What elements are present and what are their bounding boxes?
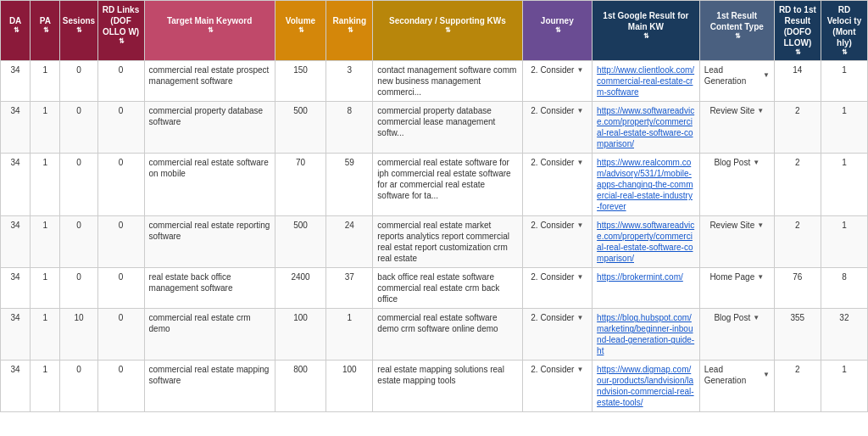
- cell-journey-arrow: ▼: [576, 366, 583, 374]
- column-header-content-type[interactable]: 1st Result Content Type⇅: [699, 1, 774, 61]
- column-header-da[interactable]: DA⇅: [1, 1, 31, 61]
- cell-content-type[interactable]: Home Page▼: [699, 268, 774, 309]
- header-label-pa: PA: [40, 15, 51, 26]
- cell-sessions: 0: [60, 61, 97, 102]
- cell-secondary: contact management software comm new bus…: [373, 61, 522, 102]
- cell-journey[interactable]: 2. Consider▼: [522, 361, 593, 412]
- cell-journey[interactable]: 2. Consider▼: [522, 268, 593, 309]
- cell-secondary: commercial property database commercial …: [373, 102, 522, 154]
- cell-journey-arrow: ▼: [576, 107, 583, 115]
- cell-rd-velocity: 32: [821, 309, 867, 361]
- sort-arrow-secondary: ⇅: [445, 26, 451, 35]
- cell-google-result: https://blog.hubspot.com/marketing/begin…: [593, 309, 700, 361]
- cell-rd-velocity: 1: [821, 102, 867, 154]
- cell-secondary: back office real estate software commerc…: [373, 268, 522, 309]
- column-header-rd-links[interactable]: RD Links (DOF OLLO W)⇅: [97, 1, 144, 61]
- column-header-rd-velocity[interactable]: RD Veloci ty (Mont hly)⇅: [821, 1, 867, 61]
- cell-content-type-label: Review Site: [709, 220, 754, 231]
- table-header: DA⇅PA⇅Sesions⇅RD Links (DOF OLLO W)⇅Targ…: [1, 1, 868, 61]
- cell-rd-1st: 2: [774, 361, 821, 412]
- header-label-rd-velocity: RD Veloci ty (Mont hly): [826, 4, 863, 48]
- header-label-content-type: 1st Result Content Type: [704, 10, 770, 32]
- cell-target: commercial real estate crm demo: [144, 309, 275, 361]
- cell-rd-velocity: 1: [821, 361, 867, 412]
- cell-sessions: 0: [60, 102, 97, 154]
- header-label-volume: Volume: [286, 15, 315, 26]
- cell-target: commercial real estate mapping software: [144, 361, 275, 412]
- sort-arrow-da: ⇅: [14, 26, 19, 35]
- column-header-target[interactable]: Target Main Keyword⇅: [144, 1, 275, 61]
- cell-target: commercial real estate reporting softwar…: [144, 216, 275, 268]
- cell-content-type-arrow: ▼: [763, 71, 770, 80]
- header-label-rd-1st: RD to 1st Result (DOFO LLOW): [779, 4, 816, 48]
- cell-google-result: https://www.realcomm.com/advisory/531/1/…: [593, 154, 700, 216]
- column-header-journey[interactable]: Journey⇅: [522, 1, 593, 61]
- sort-arrow-ranking: ⇅: [348, 26, 353, 35]
- column-header-pa[interactable]: PA⇅: [31, 1, 60, 61]
- cell-rd-velocity: 1: [821, 61, 867, 102]
- header-label-target: Target Main Keyword: [167, 15, 252, 26]
- header-label-secondary: Secondary / Supporting KWs: [389, 15, 506, 26]
- header-label-ranking: Ranking: [333, 15, 366, 26]
- header-label-journey: Journey: [541, 15, 574, 26]
- cell-sessions: 10: [60, 309, 97, 361]
- cell-rd-links: 0: [97, 102, 144, 154]
- cell-rd-links: 0: [97, 216, 144, 268]
- cell-da: 34: [1, 309, 31, 361]
- cell-rd-links: 0: [97, 361, 144, 412]
- cell-sessions: 0: [60, 154, 97, 216]
- cell-da: 34: [1, 61, 31, 102]
- column-header-secondary[interactable]: Secondary / Supporting KWs⇅: [373, 1, 522, 61]
- main-table-container: DA⇅PA⇅Sesions⇅RD Links (DOF OLLO W)⇅Targ…: [0, 0, 868, 412]
- cell-content-type[interactable]: Review Site▼: [699, 216, 774, 268]
- keyword-table: DA⇅PA⇅Sesions⇅RD Links (DOF OLLO W)⇅Targ…: [0, 0, 868, 412]
- cell-journey-label: 2. Consider: [531, 312, 574, 323]
- cell-content-type[interactable]: Lead Generation▼: [699, 361, 774, 412]
- cell-google-result: http://www.clientlook.com/commercial-rea…: [593, 61, 700, 102]
- cell-rd-links: 0: [97, 309, 144, 361]
- header-label-da: DA: [9, 15, 21, 26]
- cell-pa: 1: [31, 102, 60, 154]
- column-header-ranking[interactable]: Ranking⇅: [326, 1, 373, 61]
- cell-content-type-arrow: ▼: [753, 314, 760, 322]
- cell-journey-label: 2. Consider: [531, 271, 574, 282]
- table-row: 34100commercial real estate reporting so…: [1, 216, 868, 268]
- cell-ranking: 37: [326, 268, 373, 309]
- cell-content-type-label: Blog Post: [714, 312, 750, 323]
- sort-arrow-content-type: ⇅: [735, 32, 741, 41]
- column-header-volume[interactable]: Volume⇅: [275, 1, 326, 61]
- cell-da: 34: [1, 268, 31, 309]
- column-header-google-result[interactable]: 1st Google Result for Main KW⇅: [593, 1, 700, 61]
- cell-content-type[interactable]: Blog Post▼: [699, 154, 774, 216]
- cell-pa: 1: [31, 268, 60, 309]
- cell-content-type-label: Blog Post: [714, 157, 750, 168]
- cell-volume: 500: [275, 216, 326, 268]
- cell-volume: 100: [275, 309, 326, 361]
- cell-rd-links: 0: [97, 268, 144, 309]
- cell-ranking: 3: [326, 61, 373, 102]
- sort-arrow-pa: ⇅: [43, 26, 49, 35]
- cell-journey[interactable]: 2. Consider▼: [522, 309, 593, 361]
- column-header-sessions[interactable]: Sesions⇅: [60, 1, 97, 61]
- table-row: 34100real estate back office management …: [1, 268, 868, 309]
- cell-journey[interactable]: 2. Consider▼: [522, 216, 593, 268]
- cell-journey[interactable]: 2. Consider▼: [522, 102, 593, 154]
- table-row: 34100commercial real estate software on …: [1, 154, 868, 216]
- cell-journey[interactable]: 2. Consider▼: [522, 154, 593, 216]
- cell-google-result: https://www.softwareadvice.com/property/…: [593, 102, 700, 154]
- cell-journey[interactable]: 2. Consider▼: [522, 61, 593, 102]
- cell-da: 34: [1, 216, 31, 268]
- cell-rd-1st: 355: [774, 309, 821, 361]
- cell-ranking: 24: [326, 216, 373, 268]
- cell-rd-1st: 2: [774, 102, 821, 154]
- cell-secondary: commercial real estate market reports an…: [373, 216, 522, 268]
- cell-content-type[interactable]: Blog Post▼: [699, 309, 774, 361]
- header-label-google-result: 1st Google Result for Main KW: [597, 10, 695, 32]
- cell-content-type[interactable]: Lead Generation▼: [699, 61, 774, 102]
- cell-content-type-label: Lead Generation: [704, 64, 760, 87]
- column-header-rd-1st[interactable]: RD to 1st Result (DOFO LLOW)⇅: [774, 1, 821, 61]
- cell-content-type-arrow: ▼: [757, 221, 764, 230]
- cell-content-type[interactable]: Review Site▼: [699, 102, 774, 154]
- cell-sessions: 0: [60, 268, 97, 309]
- cell-target: commercial real estate prospect manageme…: [144, 61, 275, 102]
